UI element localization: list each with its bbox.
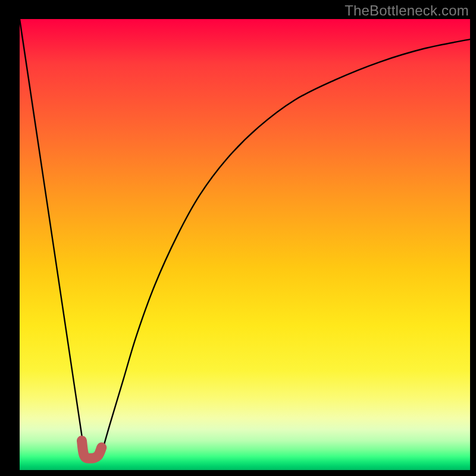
marker-layer	[20, 19, 470, 470]
plot-area	[20, 19, 470, 470]
chart-frame: TheBottleneck.com	[0, 0, 476, 476]
watermark-text: TheBottleneck.com	[345, 2, 469, 19]
min-marker	[82, 441, 101, 459]
